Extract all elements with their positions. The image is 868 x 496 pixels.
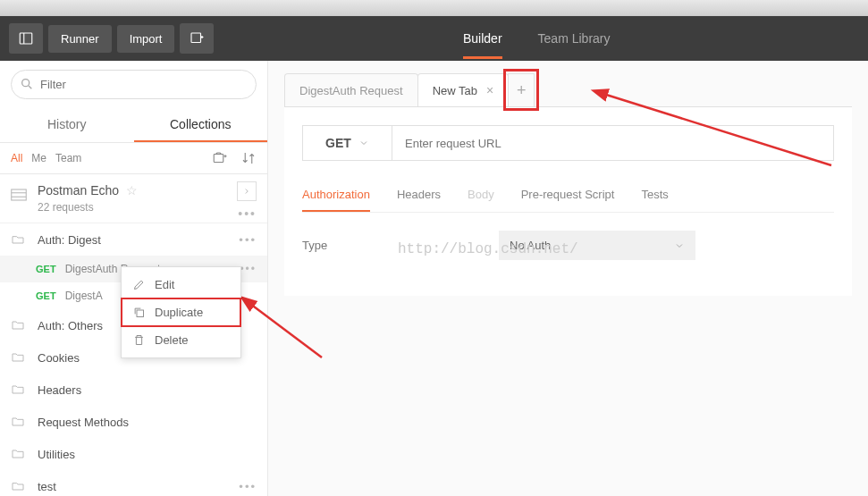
- import-button[interactable]: Import: [117, 25, 175, 53]
- method-value: GET: [325, 136, 351, 150]
- close-icon[interactable]: ×: [486, 83, 493, 97]
- folder-icon: [11, 318, 25, 332]
- runner-button[interactable]: Runner: [48, 25, 112, 53]
- req-tab-authorization[interactable]: Authorization: [302, 179, 370, 212]
- tab-new-tab[interactable]: New Tab ×: [417, 73, 510, 106]
- folder-icon: [11, 447, 25, 461]
- chevron-right-icon[interactable]: [237, 181, 257, 201]
- req-tab-body[interactable]: Body: [468, 179, 494, 212]
- collection-count: 22 requests: [38, 201, 257, 214]
- folder-more-icon[interactable]: •••: [239, 480, 257, 493]
- browser-chrome-top: [0, 0, 868, 16]
- scope-me[interactable]: Me: [31, 152, 46, 164]
- ctx-label: Delete: [155, 333, 189, 347]
- folder-icon: [11, 383, 25, 397]
- svg-rect-0: [20, 33, 32, 44]
- folder-headers[interactable]: Headers: [0, 374, 267, 406]
- trash-icon: [132, 333, 146, 347]
- ctx-edit[interactable]: Edit: [122, 271, 240, 298]
- url-input[interactable]: [392, 126, 833, 160]
- tab-label: DigestAuth Request: [299, 84, 403, 97]
- method-badge: GET: [36, 290, 56, 301]
- tab-team-library[interactable]: Team Library: [538, 18, 611, 59]
- collection-more-icon[interactable]: •••: [238, 206, 257, 221]
- scope-all[interactable]: All: [11, 152, 22, 164]
- filter-input[interactable]: [11, 70, 257, 99]
- folder-request-methods[interactable]: Request Methods: [0, 406, 267, 438]
- folder-open-icon: [11, 232, 25, 247]
- app-header: Runner Import Builder Team Library: [0, 16, 868, 61]
- folder-label: Headers: [38, 383, 81, 397]
- new-tab-button[interactable]: +: [508, 73, 535, 106]
- folder-icon: [11, 350, 25, 365]
- ctx-label: Edit: [155, 278, 174, 291]
- sort-icon[interactable]: [240, 150, 257, 166]
- tab-digestauth-request[interactable]: DigestAuth Request: [284, 73, 418, 106]
- svg-rect-2: [191, 33, 201, 43]
- ctx-duplicate[interactable]: Duplicate: [122, 298, 240, 326]
- svg-rect-13: [137, 310, 144, 317]
- search-icon: [20, 77, 34, 91]
- sidebar-tab-collections[interactable]: Collections: [134, 108, 268, 142]
- collection-postman-echo[interactable]: Postman Echo☆ 22 requests •••: [0, 174, 267, 223]
- star-icon[interactable]: ☆: [126, 183, 138, 198]
- folder-label: Cookies: [38, 351, 80, 365]
- folder-utilities[interactable]: Utilities: [0, 438, 267, 470]
- new-window-icon[interactable]: [180, 23, 214, 54]
- auth-type-select[interactable]: No Auth: [499, 231, 695, 260]
- duplicate-icon: [132, 306, 146, 319]
- tab-builder[interactable]: Builder: [463, 18, 502, 59]
- svg-rect-7: [214, 155, 223, 163]
- context-menu: Edit Duplicate Delete: [121, 266, 241, 358]
- folder-icon: [11, 415, 25, 429]
- sidebar-tab-history[interactable]: History: [0, 108, 134, 142]
- req-tab-headers[interactable]: Headers: [397, 179, 441, 212]
- tab-label: New Tab: [433, 84, 477, 97]
- ctx-delete[interactable]: Delete: [122, 326, 240, 354]
- folder-more-icon[interactable]: •••: [239, 233, 257, 247]
- folder-label: Request Methods: [38, 416, 129, 429]
- collection-icon: [11, 189, 27, 201]
- folder-auth-digest[interactable]: Auth: Digest •••: [0, 223, 267, 256]
- folder-open-icon: [11, 479, 25, 493]
- folder-label: Utilities: [38, 448, 75, 461]
- folder-label: test: [38, 480, 56, 493]
- svg-line-6: [29, 86, 31, 88]
- req-tab-tests[interactable]: Tests: [641, 179, 668, 212]
- method-badge: GET: [36, 264, 56, 274]
- content-area: DigestAuth Request New Tab × + GET Autho…: [268, 61, 868, 496]
- chevron-down-icon: [358, 138, 369, 148]
- req-tab-prerequest[interactable]: Pre-request Script: [521, 179, 615, 212]
- method-select[interactable]: GET: [303, 126, 392, 160]
- add-collection-icon[interactable]: [212, 150, 228, 166]
- request-more-icon[interactable]: •••: [240, 263, 257, 275]
- request-label: DigestA: [65, 290, 103, 302]
- svg-rect-10: [12, 189, 27, 200]
- auth-type-label: Type: [302, 239, 499, 252]
- auth-type-value: No Auth: [510, 239, 551, 252]
- chevron-down-icon: [674, 240, 685, 251]
- folder-label: Auth: Others: [38, 319, 103, 332]
- folder-test[interactable]: test •••: [0, 470, 267, 496]
- pencil-icon: [132, 278, 146, 291]
- svg-point-5: [22, 80, 29, 87]
- ctx-label: Duplicate: [155, 306, 203, 319]
- scope-team[interactable]: Team: [55, 152, 81, 164]
- collection-name: Postman Echo: [38, 183, 119, 198]
- folder-label: Auth: Digest: [38, 233, 101, 247]
- sidebar-toggle-icon[interactable]: [9, 23, 43, 54]
